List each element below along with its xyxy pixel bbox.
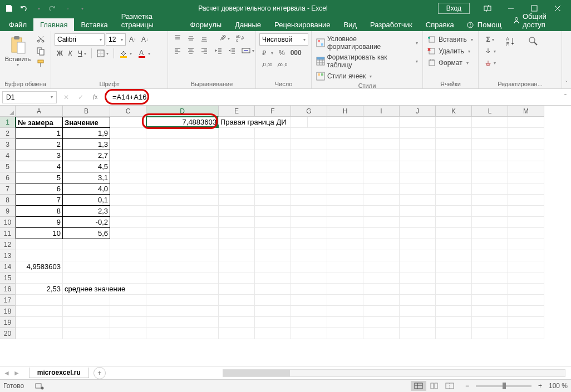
cell[interactable]: 1,3 — [63, 139, 110, 150]
cell[interactable] — [436, 328, 472, 339]
macro-record-icon[interactable] — [35, 382, 44, 390]
cell[interactable] — [146, 228, 219, 239]
cell[interactable] — [400, 128, 436, 139]
login-button[interactable]: Вход — [438, 3, 470, 14]
cell[interactable] — [146, 239, 219, 250]
comma-icon[interactable]: 000 — [288, 48, 304, 58]
fill-icon[interactable] — [482, 46, 498, 56]
row-header[interactable]: 8 — [0, 195, 16, 206]
cell[interactable]: 0,1 — [63, 195, 110, 206]
cell[interactable] — [327, 284, 363, 295]
cell[interactable] — [255, 239, 291, 250]
cell[interactable] — [400, 183, 436, 195]
cell[interactable] — [291, 261, 327, 272]
cell[interactable] — [436, 128, 472, 139]
cell[interactable] — [219, 139, 255, 150]
column-header[interactable]: I — [363, 106, 400, 117]
cell[interactable] — [508, 217, 544, 228]
cell[interactable] — [508, 317, 544, 328]
cell[interactable] — [400, 272, 436, 284]
tab-file[interactable]: Файл — [2, 18, 33, 31]
cell[interactable] — [363, 139, 400, 150]
zoom-out-button[interactable]: − — [463, 382, 471, 390]
cell[interactable] — [400, 228, 436, 239]
font-size[interactable]: 12▾ — [106, 33, 126, 46]
cell[interactable] — [219, 206, 255, 217]
cell[interactable] — [63, 261, 110, 272]
cell[interactable] — [363, 183, 400, 195]
cell[interactable] — [291, 295, 327, 306]
merge-icon[interactable] — [239, 46, 257, 56]
cell[interactable] — [16, 328, 63, 339]
tab-formulas[interactable]: Формулы — [184, 18, 229, 31]
cell[interactable] — [363, 161, 400, 172]
row-header[interactable]: 20 — [0, 328, 16, 339]
row-header[interactable]: 7 — [0, 183, 16, 195]
row-header[interactable]: 13 — [0, 250, 16, 261]
number-format[interactable]: Числовой▾ — [259, 33, 308, 46]
cell[interactable] — [400, 261, 436, 272]
cell[interactable] — [436, 284, 472, 295]
insert-function-icon[interactable]: fx — [88, 90, 102, 105]
horizontal-scrollbar[interactable] — [223, 369, 565, 377]
align-left-icon[interactable] — [171, 46, 184, 56]
align-top-icon[interactable] — [171, 33, 184, 43]
cell[interactable] — [363, 306, 400, 317]
redo-icon[interactable] — [46, 2, 59, 15]
ribbon-display-options-icon[interactable] — [476, 0, 499, 17]
cell[interactable] — [472, 284, 508, 295]
cell[interactable] — [400, 284, 436, 295]
borders-icon[interactable] — [95, 48, 111, 58]
cell[interactable] — [110, 295, 146, 306]
cell[interactable] — [508, 228, 544, 239]
cell[interactable] — [219, 295, 255, 306]
cell[interactable] — [219, 228, 255, 239]
cell[interactable] — [472, 261, 508, 272]
cell[interactable] — [436, 228, 472, 239]
cell[interactable] — [146, 272, 219, 284]
cell[interactable]: 7 — [16, 195, 63, 206]
align-center-icon[interactable] — [185, 46, 197, 56]
cell[interactable] — [363, 128, 400, 139]
cell[interactable] — [400, 317, 436, 328]
cell-styles[interactable]: Стили ячеек — [315, 71, 419, 81]
cell[interactable] — [508, 250, 544, 261]
cell[interactable] — [255, 261, 291, 272]
cell[interactable] — [472, 139, 508, 150]
tab-page-layout[interactable]: Разметка страницы — [115, 10, 184, 31]
cell[interactable] — [327, 150, 363, 161]
row-header[interactable]: 3 — [0, 139, 16, 150]
cell[interactable] — [436, 239, 472, 250]
enter-formula-icon[interactable]: ✓ — [73, 90, 88, 105]
cell[interactable] — [16, 250, 63, 261]
cell[interactable] — [508, 150, 544, 161]
fill-color-icon[interactable] — [117, 48, 134, 59]
new-sheet-button[interactable]: + — [93, 367, 106, 379]
cell[interactable] — [255, 172, 291, 183]
cell[interactable] — [472, 172, 508, 183]
cell[interactable] — [146, 317, 219, 328]
cell[interactable] — [472, 295, 508, 306]
insert-cells[interactable]: Вставить — [426, 34, 475, 44]
cell[interactable] — [436, 261, 472, 272]
cell[interactable] — [472, 250, 508, 261]
autosum-icon[interactable]: Σ — [482, 34, 498, 44]
cell[interactable] — [291, 183, 327, 195]
cell[interactable] — [146, 250, 219, 261]
cell[interactable] — [327, 183, 363, 195]
collapse-ribbon-icon[interactable]: ˇ — [562, 31, 571, 88]
cell[interactable] — [16, 295, 63, 306]
tab-view[interactable]: Вид — [337, 18, 363, 31]
cell[interactable] — [291, 139, 327, 150]
row-header[interactable]: 6 — [0, 172, 16, 183]
cell[interactable]: 4,5 — [63, 161, 110, 172]
cell[interactable] — [291, 195, 327, 206]
row-header[interactable]: 9 — [0, 206, 16, 217]
cell[interactable] — [146, 161, 219, 172]
row-header[interactable]: 10 — [0, 217, 16, 228]
cell[interactable] — [436, 117, 472, 128]
cell[interactable] — [110, 250, 146, 261]
cell[interactable] — [255, 272, 291, 284]
cell[interactable] — [327, 317, 363, 328]
cell[interactable] — [436, 183, 472, 195]
